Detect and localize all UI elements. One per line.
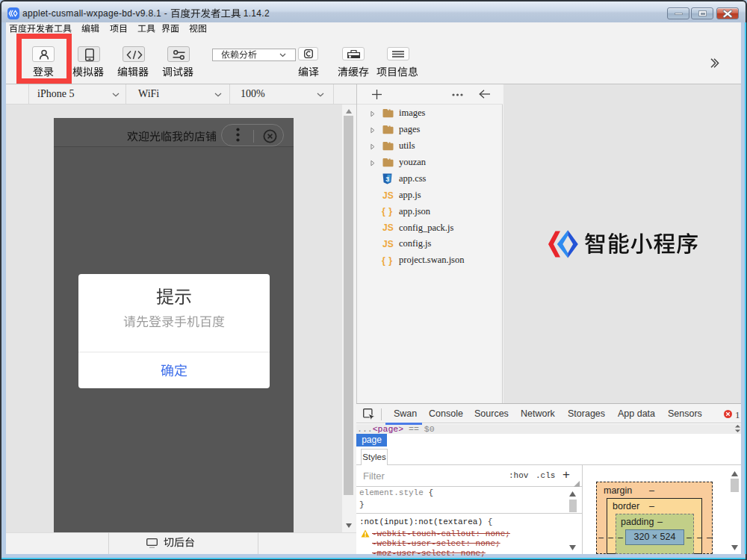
svg-text:3: 3 xyxy=(385,175,389,183)
